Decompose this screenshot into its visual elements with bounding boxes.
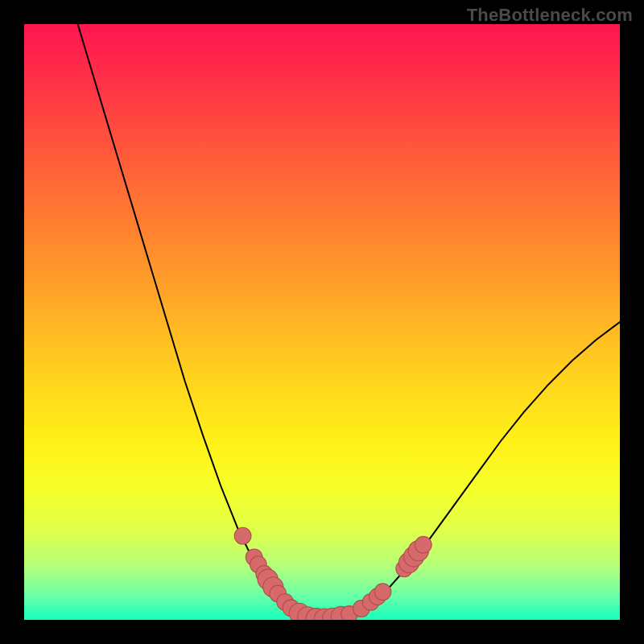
data-marker [374,584,391,601]
watermark-text: TheBottleneck.com [467,5,633,26]
data-marker [415,536,431,553]
chart-frame: TheBottleneck.com [0,0,644,644]
curve-layer [24,24,620,620]
data-marker [234,527,251,544]
plot-area [24,24,620,620]
bottleneck-curve [78,24,620,619]
data-markers [234,527,431,620]
